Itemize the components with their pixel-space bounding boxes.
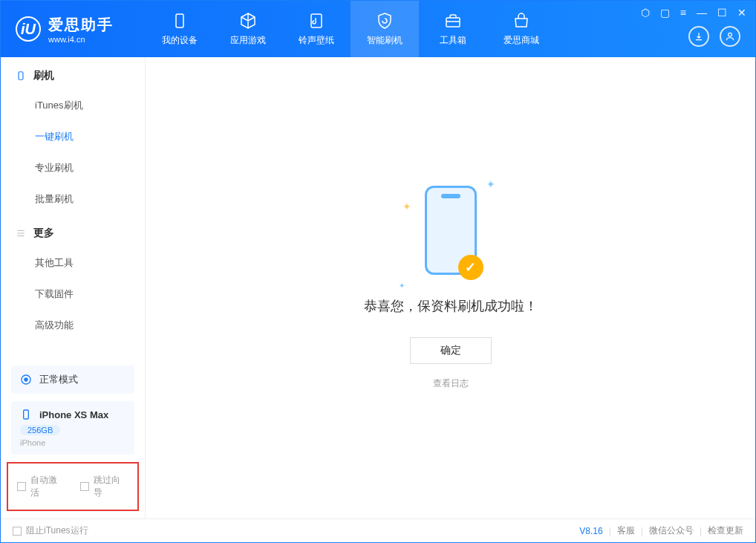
store-icon: [512, 12, 530, 30]
sidebar: 刷机 iTunes刷机 一键刷机 专业刷机 批量刷机 更多 其他工具 下载固件 …: [1, 57, 146, 518]
tab-label: 铃声壁纸: [299, 34, 334, 47]
version-label: V8.16: [579, 526, 602, 536]
tab-toolbox[interactable]: 工具箱: [419, 1, 487, 57]
sidebar-section-more: 更多: [1, 215, 145, 247]
checkbox-icon: [80, 482, 89, 491]
window-controls: ⬡ ▢ ≡ — ☐ ✕: [641, 7, 746, 19]
tab-ringtones-wallpapers[interactable]: 铃声壁纸: [282, 1, 351, 57]
minimize-icon[interactable]: —: [697, 7, 707, 19]
phone-icon: ✓: [425, 186, 477, 275]
mode-icon: [20, 374, 32, 386]
svg-point-3: [729, 33, 732, 36]
separator: |: [609, 526, 611, 536]
tab-my-device[interactable]: 我的设备: [146, 1, 214, 57]
close-icon[interactable]: ✕: [737, 7, 746, 19]
sidebar-item-pro-flash[interactable]: 专业刷机: [1, 152, 145, 183]
flash-options-highlight: 自动激活 跳过向导: [7, 462, 139, 511]
footer-link-update[interactable]: 检查更新: [708, 524, 743, 537]
success-message: 恭喜您，保资料刷机成功啦！: [364, 297, 538, 315]
mode-card[interactable]: 正常模式: [11, 365, 134, 394]
sidebar-item-batch-flash[interactable]: 批量刷机: [1, 183, 145, 215]
maximize-icon[interactable]: ☐: [717, 7, 727, 19]
feedback-icon[interactable]: ⬡: [641, 7, 650, 19]
tab-apps-games[interactable]: 应用游戏: [214, 1, 282, 57]
checkbox-auto-activate[interactable]: 自动激活: [17, 474, 65, 499]
block-itunes-label[interactable]: 阻止iTunes运行: [26, 524, 88, 537]
view-log-link[interactable]: 查看日志: [433, 377, 469, 390]
checkbox-skip-guide[interactable]: 跳过向导: [80, 474, 128, 499]
tab-smart-flash[interactable]: 智能刷机: [351, 1, 419, 57]
footer-link-wechat[interactable]: 微信公众号: [649, 524, 694, 537]
svg-point-6: [25, 378, 27, 381]
list-icon: [16, 228, 26, 238]
section-title: 刷机: [33, 69, 54, 82]
device-type: iPhone: [20, 438, 126, 447]
music-file-icon: [307, 12, 325, 30]
checkbox-icon: [17, 482, 26, 491]
app-subtitle: www.i4.cn: [48, 35, 114, 44]
user-icon[interactable]: [720, 26, 740, 47]
mode-label: 正常模式: [39, 373, 78, 386]
sparkle-icon: ✦: [399, 282, 405, 290]
success-illustration: ✦ ✦ ✦ ✓: [425, 186, 477, 297]
sidebar-item-advanced[interactable]: 高级功能: [1, 310, 145, 341]
shield-refresh-icon: [376, 12, 394, 30]
svg-rect-0: [176, 14, 183, 27]
sparkle-icon: ✦: [486, 178, 495, 190]
sidebar-item-oneclick-flash[interactable]: 一键刷机: [1, 121, 145, 152]
tab-label: 我的设备: [162, 34, 198, 47]
svg-rect-2: [446, 18, 460, 27]
device-icon: [171, 12, 189, 30]
title-bar: iU 爱思助手 www.i4.cn 我的设备 应用游戏 铃声壁纸 智能刷机 工具…: [1, 1, 755, 57]
skin-icon[interactable]: ▢: [660, 7, 670, 19]
download-icon[interactable]: [688, 26, 709, 47]
tab-label: 智能刷机: [367, 34, 403, 47]
sidebar-item-other-tools[interactable]: 其他工具: [1, 247, 145, 279]
device-name: iPhone XS Max: [39, 409, 108, 420]
tab-store[interactable]: 爱思商城: [487, 1, 555, 57]
storage-badge: 256GB: [20, 425, 60, 435]
separator: |: [700, 526, 702, 536]
tab-label: 爱思商城: [504, 34, 539, 47]
logo-icon: iU: [16, 16, 41, 42]
tab-label: 工具箱: [440, 34, 466, 47]
toolbox-icon: [444, 12, 462, 30]
svg-rect-4: [19, 72, 23, 80]
menu-icon[interactable]: ≡: [680, 7, 686, 19]
sidebar-item-itunes-flash[interactable]: iTunes刷机: [1, 90, 145, 121]
header-actions: [688, 26, 740, 47]
section-title: 更多: [33, 227, 54, 240]
check-circle-icon: ✓: [458, 255, 483, 280]
main-tabs: 我的设备 应用游戏 铃声壁纸 智能刷机 工具箱 爱思商城: [146, 1, 555, 57]
status-bar: 阻止iTunes运行 V8.16 | 客服 | 微信公众号 | 检查更新: [1, 518, 755, 542]
cube-icon: [239, 12, 257, 30]
footer-link-support[interactable]: 客服: [617, 524, 635, 537]
ok-button[interactable]: 确定: [410, 337, 492, 364]
device-card[interactable]: iPhone XS Max 256GB iPhone: [11, 401, 134, 455]
svg-rect-7: [24, 410, 29, 419]
app-title: 爱思助手: [48, 15, 114, 35]
sparkle-icon: ✦: [403, 201, 411, 212]
checkbox-icon[interactable]: [13, 527, 22, 536]
phone-icon: [16, 71, 26, 81]
checkbox-label: 自动激活: [30, 474, 65, 499]
separator: |: [641, 526, 643, 536]
sidebar-section-flash: 刷机: [1, 57, 145, 90]
logo: iU 爱思助手 www.i4.cn: [1, 15, 146, 44]
tab-label: 应用游戏: [230, 34, 266, 47]
main-content: ✦ ✦ ✦ ✓ 恭喜您，保资料刷机成功啦！ 确定 查看日志: [146, 57, 755, 518]
sidebar-item-download-firmware[interactable]: 下载固件: [1, 279, 145, 310]
device-phone-icon: [20, 409, 32, 420]
checkbox-label: 跳过向导: [94, 474, 128, 499]
